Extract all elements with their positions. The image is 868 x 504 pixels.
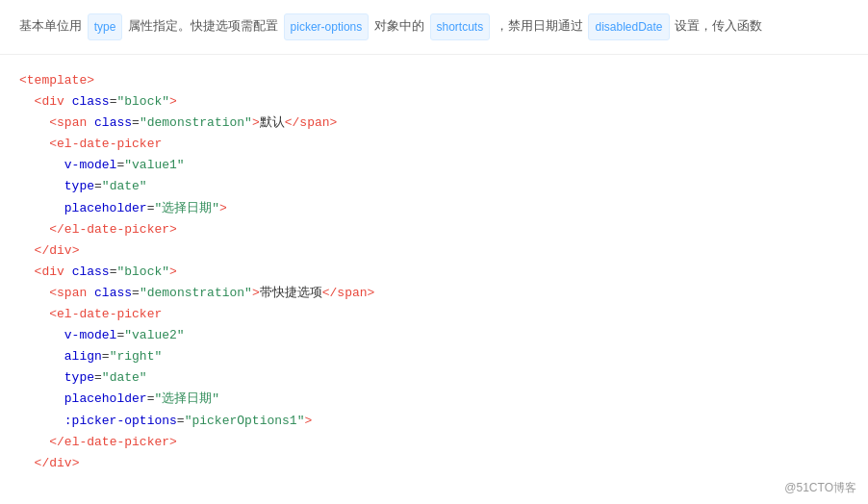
span1-line: <span class="demonstration">默认</span> <box>19 113 849 134</box>
div1-open-line: <div class="block"> <box>19 91 849 113</box>
description-middle1: 属性指定。快捷选项需配置 <box>128 18 278 33</box>
description-suffix: 设置，传入函数 <box>675 18 762 33</box>
div1-close-line: </div> <box>19 240 849 262</box>
el-date1-placeholder-line: placeholder="选择日期"> <box>19 198 849 219</box>
description-bar: 基本单位用 type 属性指定。快捷选项需配置 picker-options 对… <box>0 0 868 55</box>
el-date2-align-line: align="right" <box>19 346 849 367</box>
el-date2-vmodel-line: v-model="value2" <box>19 325 849 346</box>
div2-open-line: <div class="block"> <box>19 262 849 283</box>
el-date2-placeholder-line: placeholder="选择日期" <box>19 389 849 410</box>
disabled-date-tag: disabledDate <box>588 13 669 40</box>
template-open-line: <template> <box>19 70 849 91</box>
description-middle2: 对象中的 <box>374 18 424 33</box>
el-date1-close-line: </el-date-picker> <box>19 219 849 240</box>
span2-line: <span class="demonstration">带快捷选项</span> <box>19 283 849 304</box>
el-date2-type-line: type="date" <box>19 367 849 389</box>
watermark: @51CTO博客 <box>784 480 856 496</box>
el-date2-open-line: <el-date-picker <box>19 304 849 325</box>
picker-options-tag: picker-options <box>284 13 370 40</box>
el-date1-open-line: <el-date-picker <box>19 134 849 155</box>
description-prefix: 基本单位用 <box>19 18 82 33</box>
el-date1-type-line: type="date" <box>19 176 849 197</box>
code-area: <template> <div class="block"> <span cla… <box>0 55 868 490</box>
description-middle3: ，禁用日期通过 <box>496 18 583 33</box>
el-date2-close-line: </el-date-picker> <box>19 432 849 453</box>
shortcuts-tag: shortcuts <box>430 13 491 40</box>
el-date1-vmodel-line: v-model="value1" <box>19 155 849 176</box>
el-date2-picker-options-line: :picker-options="pickerOptions1"> <box>19 411 849 432</box>
type-tag: type <box>88 13 123 40</box>
div2-close-line: </div> <box>19 453 849 474</box>
